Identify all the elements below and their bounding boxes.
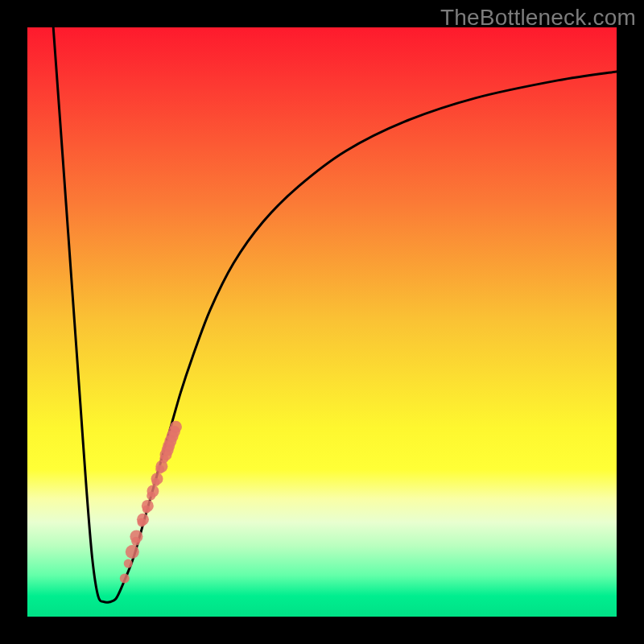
data-point bbox=[124, 559, 133, 568]
data-point bbox=[151, 473, 163, 485]
data-point bbox=[137, 514, 149, 526]
chart-frame: TheBottleneck.com bbox=[0, 0, 644, 644]
data-point bbox=[170, 421, 182, 433]
plot-area bbox=[27, 27, 617, 617]
gradient-background bbox=[27, 27, 617, 617]
data-point bbox=[126, 545, 139, 559]
data-point bbox=[147, 485, 159, 497]
data-point bbox=[130, 530, 142, 543]
data-point bbox=[142, 500, 154, 512]
data-point bbox=[120, 573, 130, 583]
bottleneck-chart bbox=[27, 27, 617, 617]
